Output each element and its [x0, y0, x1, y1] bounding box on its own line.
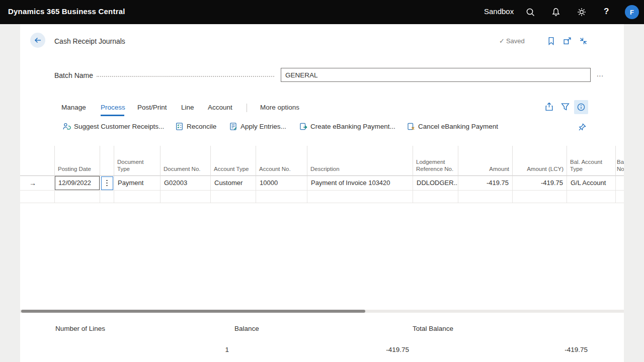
column-header-document-type[interactable]: Document Type: [114, 146, 160, 176]
action-label: Create eBanking Payment...: [310, 123, 395, 130]
empty-cell: [100, 191, 114, 203]
total-balance-label: Total Balance: [413, 325, 453, 332]
create-ebanking-payment-icon: [299, 122, 307, 131]
cell-posting-date[interactable]: 12/09/2022: [54, 176, 100, 191]
tab-line[interactable]: Line: [181, 104, 194, 111]
empty-cell: [512, 191, 567, 203]
empty-cell: [114, 191, 160, 203]
user-avatar[interactable]: F: [625, 5, 639, 19]
environment-badge: Sandbox: [484, 7, 514, 16]
bookmark-icon[interactable]: [547, 37, 556, 46]
settings-gear-icon[interactable]: [577, 7, 587, 17]
batch-name-label: Batch Name: [54, 71, 93, 79]
action-ribbon: Suggest Customer Receipts... Reconcile A…: [20, 118, 624, 138]
search-icon[interactable]: [525, 7, 535, 17]
column-header-selector: [20, 146, 54, 176]
row-selector-arrow: →: [20, 176, 54, 191]
column-header-amount[interactable]: Amount: [458, 146, 512, 176]
page-content: Cash Receipt Journals ✓ Saved Batch Name…: [20, 24, 624, 362]
collapse-icon[interactable]: [579, 37, 588, 46]
balance-value: -419.75: [234, 346, 409, 353]
empty-cell: [54, 191, 100, 203]
empty-cell: [567, 191, 615, 203]
cell-row-options: [100, 176, 114, 191]
apply-entries-icon: [229, 122, 237, 131]
info-icon: [577, 103, 586, 112]
top-navigation-bar: Dynamics 365 Business Central Sandbox ? …: [0, 0, 644, 24]
suggest-customer-receipts-icon: [62, 122, 71, 131]
tab-post-print[interactable]: Post/Print: [137, 104, 167, 111]
cell-bal-account-type[interactable]: G/L Account: [567, 176, 615, 191]
filter-icon[interactable]: [560, 102, 570, 112]
horizontal-scrollbar-thumb[interactable]: [21, 310, 365, 313]
action-label: Reconcile: [187, 123, 216, 130]
balance-label: Balance: [234, 325, 259, 332]
batch-name-input[interactable]: [281, 68, 591, 82]
cell-amount-lcy[interactable]: -419.75: [512, 176, 567, 191]
column-header-description[interactable]: Description: [307, 146, 413, 176]
page-title: Cash Receipt Journals: [54, 37, 125, 45]
cancel-ebanking-payment-icon: [407, 122, 415, 131]
dotted-leader: [97, 76, 274, 77]
empty-cell: [210, 191, 256, 203]
active-tab-underline: [101, 115, 124, 116]
cell-document-no[interactable]: G02003: [160, 176, 210, 191]
app-title[interactable]: Dynamics 365 Business Central: [8, 7, 125, 16]
empty-cell: [20, 191, 54, 203]
column-header-amount-lcy[interactable]: Amount (LCY): [512, 146, 567, 176]
cell-lodgement-reference-no[interactable]: DDLODGER...: [413, 176, 458, 191]
share-icon[interactable]: [544, 102, 554, 112]
horizontal-scrollbar-track[interactable]: [20, 310, 624, 313]
tab-manage[interactable]: Manage: [61, 104, 86, 111]
info-pane-toggle[interactable]: [574, 100, 588, 114]
saved-status: ✓ Saved: [499, 37, 525, 45]
pin-icon[interactable]: [578, 123, 587, 132]
empty-cell: [615, 191, 624, 203]
empty-cell: [256, 191, 307, 203]
column-header-bal-account-type[interactable]: Bal. Account Type: [567, 146, 615, 176]
column-header-account-type[interactable]: Account Type: [210, 146, 256, 176]
empty-cell: [458, 191, 512, 203]
action-label: Cancel eBanking Payment: [418, 123, 498, 130]
reconcile-button[interactable]: Reconcile: [175, 122, 216, 131]
total-balance-value: -419.75: [413, 346, 588, 353]
action-menu-bar: Manage Process Post/Print Line Account M…: [20, 100, 624, 117]
back-button[interactable]: [30, 33, 45, 48]
reconcile-icon: [175, 122, 184, 131]
empty-cell: [307, 191, 413, 203]
cell-document-type[interactable]: Payment: [114, 176, 160, 191]
row-options-button[interactable]: [101, 176, 113, 190]
number-of-lines-value: 1: [55, 346, 229, 353]
cell-bal-no[interactable]: [615, 176, 624, 191]
column-header-bal-no[interactable]: Bal. No: [615, 146, 624, 176]
cell-description[interactable]: Payment of Invoice 103420: [307, 176, 413, 191]
column-header-document-no[interactable]: Document No.: [160, 146, 210, 176]
batch-assist-button[interactable]: ...: [597, 70, 604, 78]
check-icon: ✓: [499, 37, 505, 45]
more-options-button[interactable]: More options: [260, 104, 299, 111]
back-arrow-icon: [34, 36, 42, 44]
cell-account-no[interactable]: 10000: [256, 176, 307, 191]
create-ebanking-payment-button[interactable]: Create eBanking Payment...: [299, 122, 395, 131]
column-header-lodgement-reference-no[interactable]: Lodgement Reference No.: [413, 146, 458, 176]
saved-label: Saved: [506, 37, 525, 45]
empty-cell: [413, 191, 458, 203]
number-of-lines-label: Number of Lines: [55, 325, 105, 332]
apply-entries-button[interactable]: Apply Entries...: [229, 122, 286, 131]
action-label: Suggest Customer Receipts...: [74, 123, 164, 130]
action-label: Apply Entries...: [240, 123, 286, 130]
help-icon[interactable]: ?: [604, 7, 609, 17]
tab-process[interactable]: Process: [101, 104, 125, 111]
cell-amount[interactable]: -419.75: [458, 176, 512, 191]
menu-divider: [247, 104, 247, 112]
cell-account-type[interactable]: Customer: [210, 176, 256, 191]
column-header-account-no[interactable]: Account No.: [256, 146, 307, 176]
cancel-ebanking-payment-button[interactable]: Cancel eBanking Payment: [407, 122, 498, 131]
open-in-window-icon[interactable]: [563, 37, 572, 46]
column-header-row-options: [100, 146, 114, 176]
notifications-bell-icon[interactable]: [551, 7, 561, 17]
empty-cell: [160, 191, 210, 203]
tab-account[interactable]: Account: [208, 104, 232, 111]
suggest-customer-receipts-button[interactable]: Suggest Customer Receipts...: [62, 122, 164, 131]
column-header-posting-date[interactable]: Posting Date: [54, 146, 100, 176]
